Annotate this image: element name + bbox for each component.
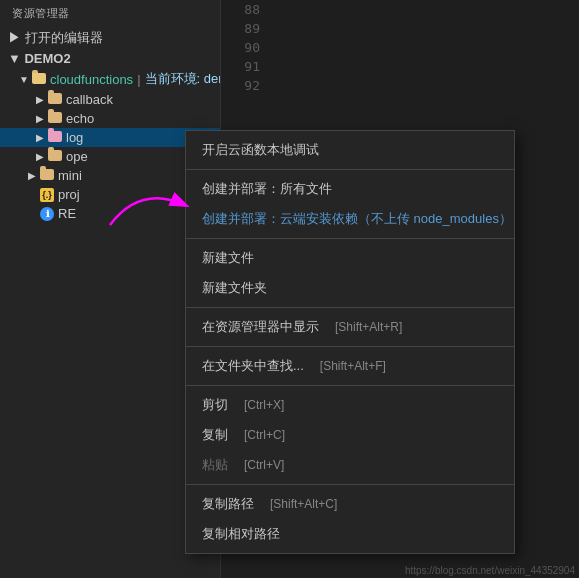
- menu-find-in-folder[interactable]: 在文件夹中查找... [Shift+Alt+F]: [186, 351, 514, 381]
- line-91: 91: [221, 57, 270, 76]
- echo-folder[interactable]: ▶ echo: [0, 109, 220, 128]
- divider-5: [186, 385, 514, 386]
- menu-new-file[interactable]: 新建文件: [186, 243, 514, 273]
- menu-cut[interactable]: 剪切 [Ctrl+X]: [186, 390, 514, 420]
- context-menu: 开启云函数本地调试 创建并部署：所有文件 创建并部署：云端安装依赖（不上传 no…: [185, 130, 515, 554]
- menu-paste[interactable]: 粘贴 [Ctrl+V]: [186, 450, 514, 480]
- line-90: 90: [221, 38, 270, 57]
- line-88: 88: [221, 0, 270, 19]
- explorer-title: 资源管理器: [0, 0, 220, 27]
- open-editors-section[interactable]: ▶ 打开的编辑器: [0, 27, 220, 49]
- menu-deploy-cloud[interactable]: 创建并部署：云端安装依赖（不上传 node_modules）: [186, 204, 514, 234]
- divider-1: [186, 169, 514, 170]
- menu-debug[interactable]: 开启云函数本地调试: [186, 135, 514, 165]
- menu-new-folder[interactable]: 新建文件夹: [186, 273, 514, 303]
- folder-icon: [48, 149, 62, 164]
- expand-arrow: ▼: [16, 74, 32, 85]
- collapse-arrow: ▶: [32, 151, 48, 162]
- divider-4: [186, 346, 514, 347]
- divider-6: [186, 484, 514, 485]
- line-92: 92: [221, 76, 270, 95]
- collapse-arrow: ▶: [32, 132, 48, 143]
- collapse-arrow: ▶: [32, 94, 48, 105]
- menu-copy-relative[interactable]: 复制相对路径: [186, 519, 514, 549]
- json-icon: {.}: [40, 188, 54, 202]
- watermark: https://blog.csdn.net/weixin_44352904: [405, 565, 575, 576]
- demo2-section[interactable]: ▼ DEMO2: [0, 49, 220, 68]
- folder-icon: [48, 111, 62, 126]
- line-89: 89: [221, 19, 270, 38]
- folder-icon: [40, 168, 54, 183]
- menu-copy-path[interactable]: 复制路径 [Shift+Alt+C]: [186, 489, 514, 519]
- cloudfunctions-folder[interactable]: ▼ cloudfunctions | 当前环境: demo1: [0, 68, 220, 90]
- folder-icon: [32, 72, 46, 87]
- collapse-arrow: ▶: [32, 113, 48, 124]
- callback-folder[interactable]: ▶ callback: [0, 90, 220, 109]
- menu-copy[interactable]: 复制 [Ctrl+C]: [186, 420, 514, 450]
- divider-3: [186, 307, 514, 308]
- menu-reveal[interactable]: 在资源管理器中显示 [Shift+Alt+R]: [186, 312, 514, 342]
- divider-2: [186, 238, 514, 239]
- info-icon: ℹ: [40, 207, 54, 221]
- collapse-arrow: ▶: [24, 170, 40, 181]
- folder-icon: [48, 92, 62, 107]
- folder-icon: [48, 130, 62, 145]
- menu-deploy-all[interactable]: 创建并部署：所有文件: [186, 174, 514, 204]
